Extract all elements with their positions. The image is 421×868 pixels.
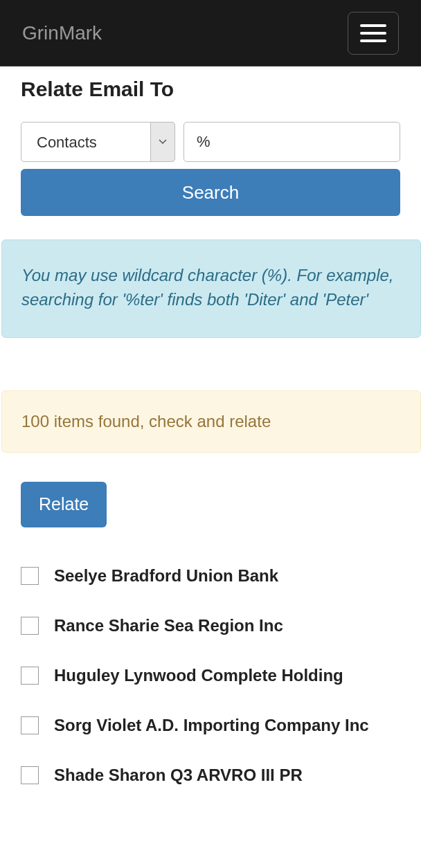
navbar: GrinMark [0,0,421,66]
list-item: Huguley Lynwood Complete Holding [21,651,400,700]
relate-button[interactable]: Relate [21,482,107,527]
result-checkbox[interactable] [21,766,39,784]
search-row: Contacts [21,122,400,162]
menu-toggle-button[interactable] [348,12,399,55]
search-button[interactable]: Search [21,169,400,216]
list-item: Sorg Violet A.D. Importing Company Inc [21,700,400,750]
list-item: Seelye Bradford Union Bank [21,551,400,601]
list-item: Rance Sharie Sea Region Inc [21,601,400,651]
hint-panel: You may use wildcard character (%). For … [1,239,421,338]
hamburger-icon [360,24,386,27]
result-label: Huguley Lynwood Complete Holding [54,666,343,685]
result-checkbox[interactable] [21,667,39,685]
hamburger-icon [360,32,386,35]
brand-label: GrinMark [22,22,102,44]
entity-type-select[interactable]: Contacts [21,122,175,162]
list-item: Shade Sharon Q3 ARVRO III PR [21,750,400,800]
search-input[interactable] [183,122,400,162]
status-panel: 100 items found, check and relate [1,390,421,453]
page-title: Relate Email To [21,78,400,101]
result-label: Sorg Violet A.D. Importing Company Inc [54,716,369,735]
result-list: Seelye Bradford Union BankRance Sharie S… [21,551,400,800]
hamburger-icon [360,39,386,42]
result-label: Shade Sharon Q3 ARVRO III PR [54,766,303,785]
result-label: Seelye Bradford Union Bank [54,566,278,586]
result-label: Rance Sharie Sea Region Inc [54,616,283,635]
result-checkbox[interactable] [21,617,39,635]
result-checkbox[interactable] [21,567,39,585]
result-checkbox[interactable] [21,716,39,734]
